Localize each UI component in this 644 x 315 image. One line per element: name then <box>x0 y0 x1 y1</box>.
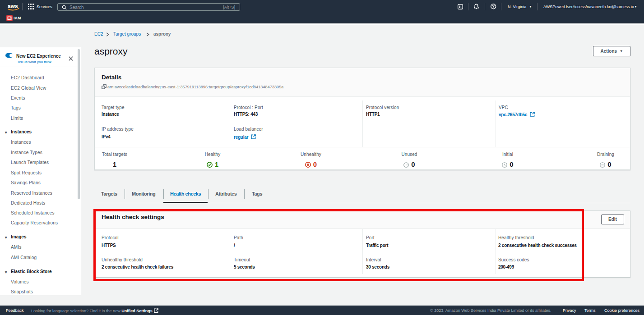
svg-text:aws: aws <box>8 3 18 9</box>
